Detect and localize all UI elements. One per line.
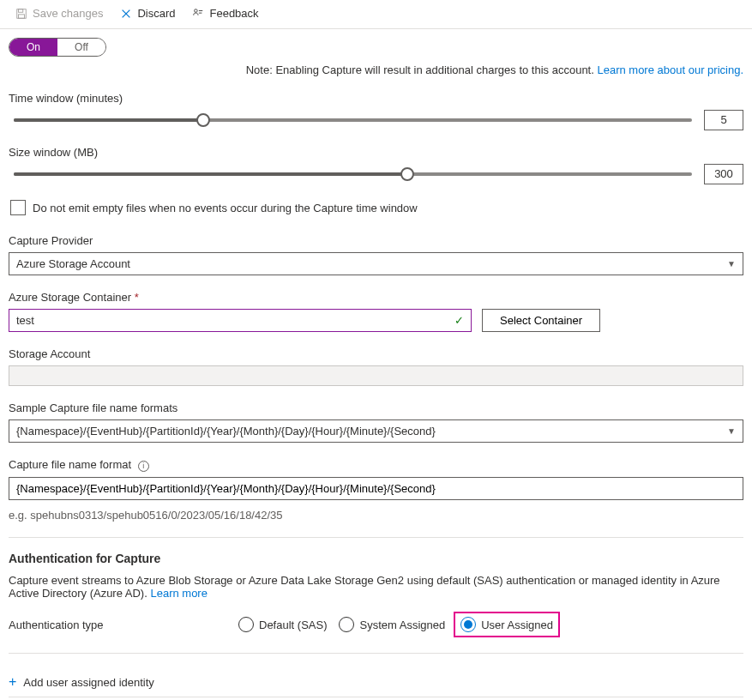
radio-icon (339, 617, 354, 632)
size-window-label: Size window (MB) (9, 146, 743, 159)
size-window-value[interactable]: 300 (704, 164, 743, 184)
radio-icon (238, 617, 254, 632)
save-button: Save changes (9, 3, 110, 23)
filename-format-input[interactable] (9, 477, 743, 500)
toggle-off: Off (57, 39, 105, 56)
divider (9, 653, 743, 654)
storage-account-label: Storage Account (9, 347, 743, 360)
learn-more-link[interactable]: Learn more (150, 587, 207, 600)
auth-type-label: Authentication type (9, 619, 223, 631)
feedback-icon (192, 8, 204, 20)
save-icon (15, 8, 27, 20)
time-window-label: Time window (minutes) (9, 92, 743, 105)
emit-empty-checkbox[interactable] (10, 200, 26, 215)
filename-format-label: Capture file name format i (9, 458, 743, 472)
sample-formats-select[interactable]: {Namespace}/{EventHub}/{PartitionId}/{Ye… (9, 419, 743, 443)
slider-thumb[interactable] (196, 113, 210, 127)
radio-default-sas[interactable]: Default (SAS) (235, 615, 330, 634)
close-icon (120, 8, 132, 20)
pricing-link[interactable]: Learn more about our pricing. (597, 63, 743, 76)
save-label: Save changes (33, 7, 103, 20)
feedback-label: Feedback (209, 7, 258, 20)
chevron-down-icon: ▼ (727, 426, 736, 436)
select-container-button[interactable]: Select Container (482, 309, 600, 332)
svg-point-5 (195, 9, 198, 12)
time-window-slider[interactable] (14, 112, 692, 128)
auth-description: Capture event streams to Azure Blob Stor… (9, 574, 743, 600)
capture-provider-label: Capture Provider (9, 234, 743, 247)
discard-button[interactable]: Discard (113, 3, 182, 23)
discard-label: Discard (137, 7, 175, 20)
chevron-down-icon: ▼ (727, 259, 736, 269)
info-icon[interactable]: i (138, 461, 149, 472)
feedback-button[interactable]: Feedback (185, 3, 265, 23)
emit-empty-label: Do not emit empty files when no events o… (33, 202, 418, 214)
filename-example: e.g. spehubns0313/spehub0516/0/2023/05/1… (9, 509, 743, 522)
storage-account-field (9, 365, 743, 386)
time-window-value[interactable]: 5 (704, 110, 743, 130)
radio-user-assigned[interactable]: User Assigned (454, 612, 560, 637)
pricing-note: Note: Enabling Capture will result in ad… (9, 63, 743, 76)
check-icon: ✓ (454, 314, 464, 327)
toggle-on: On (9, 39, 57, 56)
svg-rect-2 (19, 14, 25, 17)
radio-system-assigned[interactable]: System Assigned (335, 615, 448, 634)
auth-section-title: Authentication for Capture (9, 552, 743, 565)
sample-formats-label: Sample Capture file name formats (9, 401, 743, 414)
size-window-slider[interactable] (14, 166, 692, 182)
auth-type-radio-group: Default (SAS) System Assigned User Assig… (235, 612, 560, 637)
container-label: Azure Storage Container * (9, 291, 743, 304)
divider (9, 537, 743, 538)
slider-thumb[interactable] (400, 167, 414, 181)
command-bar: Save changes Discard Feedback (0, 0, 752, 29)
svg-rect-1 (19, 9, 23, 12)
capture-toggle[interactable]: On Off (9, 38, 106, 57)
capture-provider-select[interactable]: Azure Storage Account ▼ (9, 252, 743, 275)
plus-icon: + (9, 674, 16, 690)
radio-icon (460, 617, 476, 632)
add-identity-button[interactable]: + Add user assigned identity (9, 667, 743, 697)
container-input[interactable]: test ✓ (9, 309, 472, 332)
